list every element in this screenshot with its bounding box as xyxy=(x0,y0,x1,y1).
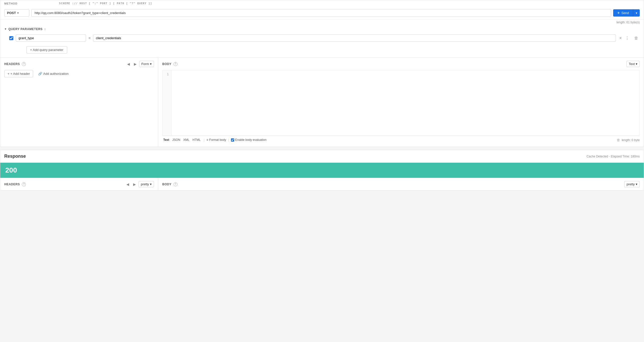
body-tab-json[interactable]: JSON xyxy=(171,138,181,142)
body-format-label: Text xyxy=(629,62,635,66)
param-equals: = xyxy=(89,36,91,40)
add-header-label: + Add header xyxy=(11,72,30,76)
format-body-label: Format body xyxy=(209,138,226,142)
url-length-info: length: 61 byte(s) xyxy=(0,20,644,25)
param-clear-button[interactable]: × xyxy=(618,35,623,41)
headers-format-dropdown: ▾ xyxy=(150,62,152,66)
add-header-button[interactable]: + + Add header xyxy=(4,70,33,77)
scheme-hint-label: SCHEME :// HOST [ ":" PORT ] [ PATH [ "?… xyxy=(59,2,152,5)
add-query-param-button[interactable]: + Add query parameter xyxy=(26,46,67,53)
response-title: Response xyxy=(4,154,26,159)
response-body-pretty-select[interactable]: pretty ▾ xyxy=(624,181,640,187)
headers-right-arrow[interactable]: ▶ xyxy=(132,62,138,67)
response-status-bar: 200 xyxy=(0,163,644,178)
method-section-label-text: METHOD xyxy=(4,2,17,5)
headers-format-select[interactable]: Form ▾ xyxy=(139,61,154,67)
body-format-dropdown: ▾ xyxy=(636,62,637,66)
body-editor-inner: 1 xyxy=(163,70,639,136)
response-body-header: BODY ? pretty ▾ xyxy=(162,181,640,187)
send-dropdown-arrow: ▾ xyxy=(636,11,637,15)
param-actions: × ⋮ xyxy=(618,35,630,41)
header-actions: + + Add header 🔗 Add authorization xyxy=(4,70,154,77)
enable-eval-label: Enable body evaluation xyxy=(235,138,267,142)
response-headers-label: HEADERS xyxy=(4,183,20,186)
enable-eval-checkbox[interactable] xyxy=(231,138,234,142)
response-headers-format-dropdown: ▾ xyxy=(150,182,152,186)
response-headers-pretty-select[interactable]: pretty ▾ xyxy=(138,181,154,187)
method-value: POST xyxy=(7,11,16,15)
sort-icon: ↕ xyxy=(44,27,46,31)
response-headers-right-arrow[interactable]: ▶ xyxy=(132,182,137,187)
add-query-param-label: + Add query parameter xyxy=(30,48,63,52)
body-help-icon: ? xyxy=(174,62,178,66)
separator-2: | xyxy=(228,138,229,142)
add-auth-icon: 🔗 xyxy=(38,72,42,76)
param-checkbox[interactable] xyxy=(9,36,13,40)
response-body-format-label: pretty xyxy=(626,182,635,186)
response-header: Response Cache Detected - Elapsed Time: … xyxy=(0,150,644,163)
response-body-panel: BODY ? pretty ▾ xyxy=(158,178,644,190)
body-tab-xml[interactable]: XML xyxy=(182,138,191,142)
headers-help-icon: ? xyxy=(22,62,26,66)
body-editor-wrapper: 1 xyxy=(162,70,640,136)
body-trash-icon[interactable]: 🗑 xyxy=(617,138,620,142)
response-headers-header: HEADERS ? ◀ ▶ pretty ▾ xyxy=(4,181,154,187)
headers-left-arrow[interactable]: ◀ xyxy=(126,62,131,67)
body-bottom-bar: Text JSON XML HTML | ≡ Format body | Ena… xyxy=(162,136,640,144)
line-number-1: 1 xyxy=(165,72,169,76)
send-dropdown-button[interactable]: ▾ xyxy=(633,9,640,17)
separator-1: | xyxy=(204,138,204,142)
headers-format-label: Form xyxy=(141,62,149,66)
query-params-collapse-arrow: ▼ xyxy=(4,28,7,30)
format-body-button[interactable]: ≡ Format body xyxy=(206,138,226,142)
response-headers-panel: HEADERS ? ◀ ▶ pretty ▾ xyxy=(0,178,158,190)
send-label: Send xyxy=(621,11,629,15)
body-tab-html[interactable]: HTML xyxy=(192,138,202,142)
param-more-button[interactable]: ⋮ xyxy=(624,35,630,41)
url-input[interactable] xyxy=(31,9,611,17)
body-tab-text[interactable]: Text xyxy=(162,138,170,142)
add-auth-label: Add authorization xyxy=(43,72,68,76)
send-button-group: ✈ Send ▾ xyxy=(613,9,640,17)
query-param-row: = × ⋮ 🗑 xyxy=(0,33,644,43)
response-body-format-dropdown: ▾ xyxy=(636,182,637,186)
param-delete-button[interactable]: 🗑 xyxy=(633,35,640,41)
method-select[interactable]: POST ▾ xyxy=(4,9,29,17)
add-header-icon: + xyxy=(8,72,10,76)
send-icon: ✈ xyxy=(617,11,620,15)
response-status-code: 200 xyxy=(5,166,17,174)
add-authorization-button[interactable]: 🔗 Add authorization xyxy=(35,70,71,77)
headers-label: HEADERS xyxy=(4,62,20,66)
response-headers-format-label: pretty xyxy=(141,182,149,186)
format-body-icon: ≡ xyxy=(206,138,208,142)
body-textarea[interactable] xyxy=(172,70,639,136)
body-line-numbers: 1 xyxy=(163,70,172,136)
param-key-input[interactable] xyxy=(16,34,86,42)
param-value-input[interactable] xyxy=(93,34,616,42)
send-button[interactable]: ✈ Send xyxy=(613,9,633,17)
enable-eval-checkbox-label[interactable]: Enable body evaluation xyxy=(231,138,267,142)
body-format-tabs: Text JSON XML HTML xyxy=(162,138,202,142)
body-format-select[interactable]: Text ▾ xyxy=(626,61,640,67)
response-headers-help-icon: ? xyxy=(22,182,26,186)
body-label: BODY xyxy=(162,62,172,66)
response-headers-left-arrow[interactable]: ◀ xyxy=(125,182,131,187)
response-body-help-icon: ? xyxy=(174,182,178,186)
body-length-info: 🗑 length: 0 byte xyxy=(617,138,640,142)
response-body-label: BODY xyxy=(162,183,172,186)
response-meta: Cache Detected - Elapsed Time: 180ms xyxy=(587,155,640,158)
query-params-section-header[interactable]: ▼ QUERY PARAMETERS ↕ xyxy=(0,25,644,33)
method-dropdown-arrow: ▾ xyxy=(17,12,19,14)
response-panels: HEADERS ? ◀ ▶ pretty ▾ BODY ? xyxy=(0,178,644,190)
query-params-label: QUERY PARAMETERS xyxy=(8,27,42,31)
